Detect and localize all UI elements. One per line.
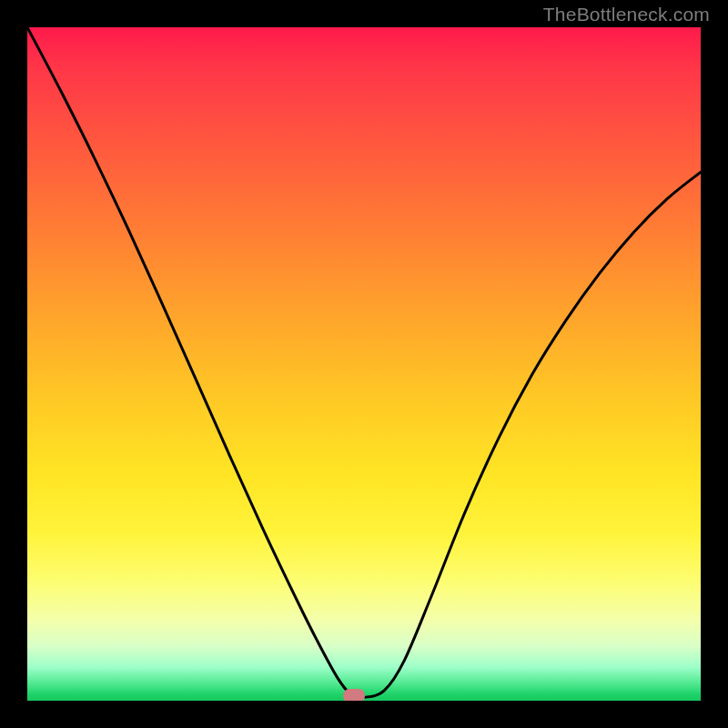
bottleneck-curve <box>27 27 701 701</box>
minimum-marker <box>343 689 365 701</box>
chart-frame: TheBottleneck.com <box>0 0 728 728</box>
watermark-text: TheBottleneck.com <box>543 4 710 25</box>
plot-area <box>27 27 701 701</box>
